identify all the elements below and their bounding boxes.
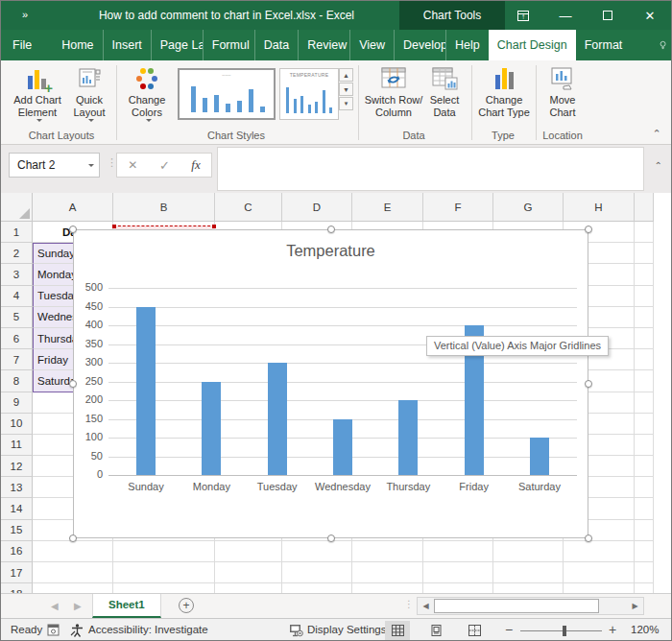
- chart-styles-more-button[interactable]: ▾: [339, 97, 353, 110]
- cell-partial[interactable]: [635, 286, 654, 307]
- add-chart-element-button[interactable]: + Add Chart Element: [9, 66, 66, 122]
- column-header-E[interactable]: E: [352, 193, 423, 222]
- cell-E16[interactable]: [352, 541, 423, 562]
- value-axis-label[interactable]: 500: [78, 281, 103, 293]
- cell-D18[interactable]: [282, 583, 352, 593]
- row-number-2[interactable]: 2: [1, 243, 33, 264]
- zoom-slider-thumb[interactable]: [563, 626, 566, 636]
- value-axis-major-gridline[interactable]: [108, 382, 577, 383]
- zoom-slider[interactable]: [520, 630, 602, 631]
- cell-partial[interactable]: [635, 349, 654, 370]
- select-data-button[interactable]: Select Data: [423, 66, 466, 119]
- row-number-8[interactable]: 8: [1, 370, 33, 392]
- value-axis-label[interactable]: 150: [78, 413, 103, 424]
- value-axis-major-gridline[interactable]: [108, 325, 577, 326]
- macro-record-icon[interactable]: [47, 624, 60, 636]
- name-box-dropdown-icon[interactable]: [88, 164, 94, 167]
- row-number-1[interactable]: 1: [1, 222, 33, 243]
- cell-F18[interactable]: [423, 583, 493, 593]
- chart-selection-handle[interactable]: [585, 380, 592, 388]
- column-header-H[interactable]: H: [564, 193, 635, 222]
- move-chart-button[interactable]: Move Chart: [540, 66, 585, 119]
- cell-G16[interactable]: [493, 541, 564, 562]
- select-all-corner[interactable]: [1, 193, 33, 222]
- cell-F16[interactable]: [423, 541, 493, 562]
- category-axis-label[interactable]: Thursday: [374, 481, 442, 492]
- quick-layout-button[interactable]: Quick Layout: [66, 66, 112, 122]
- value-axis-label[interactable]: 450: [78, 300, 103, 312]
- cell-partial[interactable]: [635, 562, 654, 583]
- new-sheet-button[interactable]: +: [179, 598, 194, 613]
- chart-style-preview-1[interactable]: ───: [178, 68, 276, 120]
- enter-icon[interactable]: ✓: [159, 158, 170, 173]
- cell-D17[interactable]: [282, 562, 352, 583]
- value-axis-major-gridline[interactable]: [108, 363, 577, 364]
- minimize-button[interactable]: —: [544, 1, 587, 30]
- next-sheet-icon[interactable]: ▶: [74, 601, 82, 611]
- value-axis-label[interactable]: 350: [78, 338, 103, 349]
- row-number-5[interactable]: 5: [1, 307, 33, 328]
- bar-monday[interactable]: [202, 382, 221, 476]
- cell-partial[interactable]: [635, 435, 654, 456]
- cell-partial[interactable]: [635, 498, 654, 519]
- sheet-tab-sheet1[interactable]: Sheet1: [92, 594, 161, 618]
- cell-partial[interactable]: [635, 520, 654, 541]
- bar-tuesday[interactable]: [268, 363, 287, 475]
- value-axis-label[interactable]: 250: [78, 375, 103, 387]
- value-axis-label[interactable]: 300: [78, 356, 103, 368]
- category-axis-label[interactable]: Monday: [178, 481, 245, 492]
- column-header-A[interactable]: A: [33, 193, 113, 222]
- accessibility-status[interactable]: Accessibility: Investigate: [88, 624, 208, 635]
- tab-data[interactable]: Data: [255, 30, 299, 60]
- cell-C17[interactable]: [215, 562, 282, 583]
- chart-selection-handle[interactable]: [69, 534, 77, 542]
- tab-chart-design[interactable]: Chart Design: [489, 30, 576, 60]
- cell-B16[interactable]: [113, 541, 215, 562]
- chart-styles-scroll-down-button[interactable]: ▼: [339, 83, 353, 96]
- chart-selection-handle[interactable]: [585, 226, 592, 233]
- expand-formula-bar-icon[interactable]: ⌃: [655, 160, 662, 171]
- row-number-17[interactable]: 17: [1, 562, 33, 583]
- cell-partial[interactable]: [635, 583, 654, 593]
- chart-styles-scroll-up-button[interactable]: ▲: [339, 68, 353, 82]
- bar-thursday[interactable]: [398, 400, 418, 475]
- row-number-18[interactable]: 18: [1, 583, 33, 593]
- category-axis-label[interactable]: Saturday: [506, 481, 573, 492]
- insert-function-icon[interactable]: fx: [191, 157, 200, 173]
- tab-page-la[interactable]: Page La: [152, 30, 204, 60]
- row-number-4[interactable]: 4: [1, 286, 33, 307]
- bar-wednesday[interactable]: [333, 419, 352, 476]
- cell-H16[interactable]: [564, 541, 635, 562]
- cell-H17[interactable]: [564, 562, 635, 583]
- cell-G17[interactable]: [493, 562, 564, 583]
- row-number-6[interactable]: 6: [1, 328, 33, 349]
- row-number-3[interactable]: 3: [1, 264, 33, 285]
- cell-partial[interactable]: [635, 328, 654, 349]
- column-header-partial[interactable]: [635, 193, 654, 222]
- change-chart-type-button[interactable]: Change Chart Type: [476, 66, 532, 119]
- cell-partial[interactable]: [635, 456, 654, 477]
- cell-partial[interactable]: [635, 477, 654, 498]
- display-settings-label[interactable]: Display Settings: [307, 624, 386, 635]
- zoom-out-icon[interactable]: −: [505, 622, 513, 637]
- cell-B18[interactable]: [113, 583, 215, 593]
- row-number-11[interactable]: 11: [1, 435, 33, 456]
- previous-sheet-icon[interactable]: ◀: [51, 601, 59, 611]
- horizontal-scrollbar[interactable]: ◀ ▶: [417, 597, 644, 615]
- chart-selection-handle[interactable]: [327, 534, 335, 542]
- tab-formul[interactable]: Formul: [204, 30, 255, 60]
- value-axis-label[interactable]: 50: [78, 450, 103, 462]
- value-axis-label[interactable]: 100: [78, 431, 103, 442]
- cancel-icon[interactable]: ✕: [128, 158, 137, 172]
- cell-C18[interactable]: [215, 583, 282, 593]
- chart-selection-handle[interactable]: [585, 534, 592, 542]
- value-axis-label[interactable]: 200: [78, 393, 103, 405]
- tab-file[interactable]: File: [1, 30, 43, 60]
- cell-G18[interactable]: [493, 583, 564, 593]
- cell-A18[interactable]: [33, 583, 113, 593]
- row-number-16[interactable]: 16: [1, 541, 33, 562]
- change-colors-button[interactable]: Change Colors: [122, 66, 172, 122]
- category-axis-label[interactable]: Tuesday: [244, 481, 311, 492]
- scroll-left-icon[interactable]: ◀: [419, 599, 433, 613]
- page-break-view-button[interactable]: [462, 621, 487, 640]
